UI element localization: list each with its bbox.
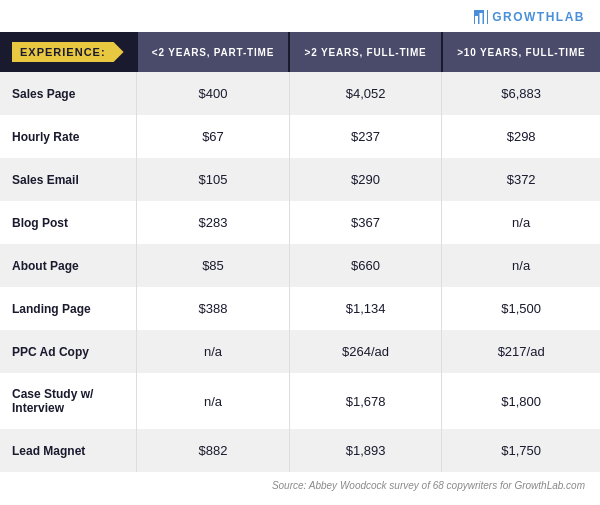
col-header-2: >2 YEARS, FULL-TIME: [289, 32, 441, 72]
svg-rect-1: [480, 13, 483, 24]
row-col1-value: n/a: [137, 330, 290, 373]
row-col1-value: $400: [137, 72, 290, 115]
row-col2-value: $264/ad: [289, 330, 441, 373]
table-row: Case Study w/ Interviewn/a$1,678$1,800: [0, 373, 600, 429]
row-col2-value: $1,893: [289, 429, 441, 472]
table-row: Sales Page$400$4,052$6,883: [0, 72, 600, 115]
page-container: GROWTHLAB EXPERIENCE: <2 YEARS, PART-TIM…: [0, 0, 600, 499]
row-label: About Page: [0, 244, 137, 287]
row-col2-value: $1,678: [289, 373, 441, 429]
table-row: Hourly Rate$67$237$298: [0, 115, 600, 158]
table-row: PPC Ad Copyn/a$264/ad$217/ad: [0, 330, 600, 373]
row-col2-value: $367: [289, 201, 441, 244]
row-col3-value: $298: [442, 115, 600, 158]
table-row: Lead Magnet$882$1,893$1,750: [0, 429, 600, 472]
logo-area: GROWTHLAB: [0, 10, 600, 32]
row-col3-value: $6,883: [442, 72, 600, 115]
table-header-row: EXPERIENCE: <2 YEARS, PART-TIME >2 YEARS…: [0, 32, 600, 72]
bar-chart-icon: [474, 10, 488, 24]
row-col3-value: n/a: [442, 244, 600, 287]
row-col1-value: $388: [137, 287, 290, 330]
logo-text: GROWTHLAB: [492, 10, 585, 24]
table-row: Landing Page$388$1,134$1,500: [0, 287, 600, 330]
row-col1-value: $283: [137, 201, 290, 244]
experience-header: EXPERIENCE:: [0, 32, 137, 72]
row-label: PPC Ad Copy: [0, 330, 137, 373]
row-col3-value: $1,750: [442, 429, 600, 472]
row-col3-value: $1,500: [442, 287, 600, 330]
experience-label: EXPERIENCE:: [12, 42, 124, 62]
row-col2-value: $4,052: [289, 72, 441, 115]
row-col2-value: $290: [289, 158, 441, 201]
row-label: Hourly Rate: [0, 115, 137, 158]
row-label: Sales Email: [0, 158, 137, 201]
footer-source: Source: Abbey Woodcock survey of 68 copy…: [0, 472, 600, 499]
row-col2-value: $1,134: [289, 287, 441, 330]
table-row: Blog Post$283$367n/a: [0, 201, 600, 244]
col-header-1: <2 YEARS, PART-TIME: [137, 32, 290, 72]
row-label: Landing Page: [0, 287, 137, 330]
row-label: Lead Magnet: [0, 429, 137, 472]
row-col1-value: $85: [137, 244, 290, 287]
row-col1-value: $882: [137, 429, 290, 472]
row-col3-value: $1,800: [442, 373, 600, 429]
row-label: Sales Page: [0, 72, 137, 115]
row-col3-value: $217/ad: [442, 330, 600, 373]
row-col1-value: $105: [137, 158, 290, 201]
row-col2-value: $660: [289, 244, 441, 287]
row-col2-value: $237: [289, 115, 441, 158]
row-label: Case Study w/ Interview: [0, 373, 137, 429]
row-col3-value: $372: [442, 158, 600, 201]
svg-rect-2: [484, 10, 487, 24]
col-header-3: >10 YEARS, FULL-TIME: [442, 32, 600, 72]
svg-rect-0: [475, 16, 478, 24]
row-col3-value: n/a: [442, 201, 600, 244]
pricing-table: EXPERIENCE: <2 YEARS, PART-TIME >2 YEARS…: [0, 32, 600, 472]
table-row: About Page$85$660n/a: [0, 244, 600, 287]
table-row: Sales Email$105$290$372: [0, 158, 600, 201]
table-body: Sales Page$400$4,052$6,883Hourly Rate$67…: [0, 72, 600, 472]
row-col1-value: $67: [137, 115, 290, 158]
row-label: Blog Post: [0, 201, 137, 244]
row-col1-value: n/a: [137, 373, 290, 429]
